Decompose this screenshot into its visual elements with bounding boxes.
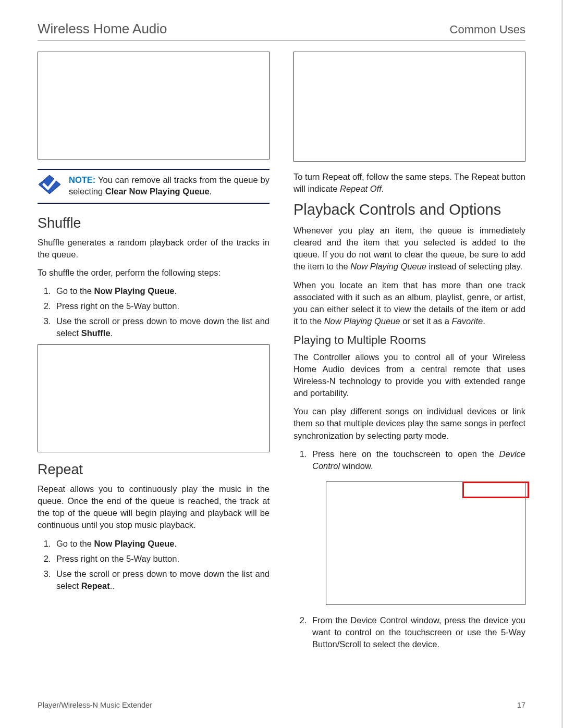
note-label: NOTE:: [69, 175, 95, 184]
list-item: Press right on the 5-Way button.: [53, 553, 270, 565]
body-text: Whenever you play an item, the queue is …: [293, 225, 525, 273]
right-column: To turn Repeat off, follow the same step…: [293, 52, 525, 656]
steps-repeat: Go to the Now Playing Queue. Press right…: [38, 538, 270, 592]
steps-rooms: Press here on the touchscreen to open th…: [293, 448, 525, 650]
body-text: When you locate an item that has more th…: [293, 279, 525, 327]
list-item: Use the scroll or press down to move dow…: [53, 315, 270, 339]
steps-shuffle: Go to the Now Playing Queue. Press right…: [38, 285, 270, 339]
checkmark-icon: [38, 174, 62, 197]
note-block: NOTE: You can remove all tracks from the…: [38, 169, 270, 204]
list-item: Press here on the touchscreen to open th…: [309, 448, 525, 605]
list-item: Go to the Now Playing Queue.: [53, 538, 270, 550]
list-item: Press right on the 5-Way button.: [53, 300, 270, 312]
figure-placeholder: [38, 344, 270, 452]
footer-left: Player/Wireless-N Music Extender: [38, 701, 152, 709]
body-text: You can play different songs on individu…: [293, 405, 525, 441]
list-item: Go to the Now Playing Queue.: [53, 285, 270, 297]
callout-highlight: [462, 482, 529, 498]
page-footer: Player/Wireless-N Music Extender 17: [38, 701, 525, 709]
heading-rooms: Playing to Multiple Rooms: [293, 334, 525, 347]
note-text: NOTE: You can remove all tracks from the…: [69, 174, 270, 198]
device-control-figure: [326, 482, 525, 605]
page-header: Wireless Home Audio Common Uses: [38, 21, 525, 41]
header-left: Wireless Home Audio: [38, 21, 167, 37]
list-item: Use the scroll or press down to move dow…: [53, 568, 270, 592]
left-column: NOTE: You can remove all tracks from the…: [38, 52, 270, 656]
body-text: To shuffle the order, perform the follow…: [38, 267, 270, 279]
footer-page-number: 17: [517, 701, 525, 709]
body-text: To turn Repeat off, follow the same step…: [293, 171, 525, 195]
header-right: Common Uses: [450, 23, 525, 36]
heading-playback: Playback Controls and Options: [293, 201, 525, 218]
body-text: The Controller allows you to control all…: [293, 351, 525, 399]
body-text: Shuffle generates a random playback orde…: [38, 237, 270, 261]
figure-placeholder: [293, 52, 525, 162]
list-item: From the Device Control window, press th…: [309, 614, 525, 650]
figure-placeholder: [38, 52, 270, 159]
heading-repeat: Repeat: [38, 462, 270, 478]
body-text: Repeat allows you to continuously play t…: [38, 483, 270, 531]
heading-shuffle: Shuffle: [38, 215, 270, 231]
figure-placeholder: [326, 482, 525, 605]
